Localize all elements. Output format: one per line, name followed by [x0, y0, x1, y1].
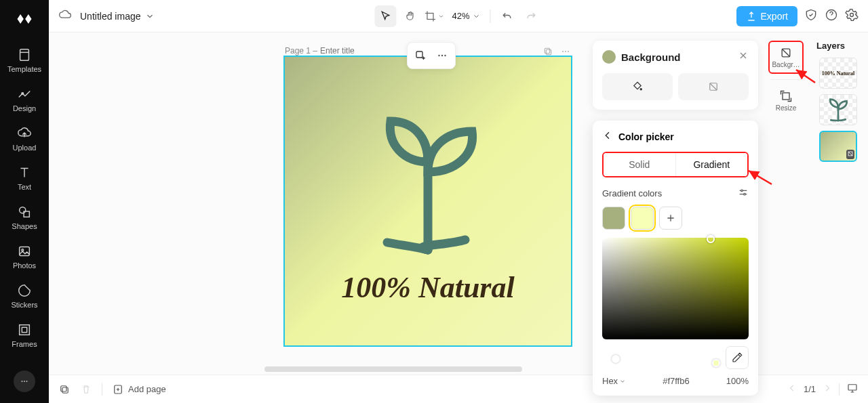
- color-picker-title: Color picker: [618, 131, 674, 142]
- gradient-colors-label: Gradient colors: [602, 188, 662, 198]
- divider: [102, 383, 102, 396]
- nav-label: Design: [13, 104, 36, 112]
- document-title[interactable]: Untitled image: [80, 11, 155, 22]
- bg-image-tab[interactable]: [678, 73, 749, 100]
- canvas-frame[interactable]: 100% Natural: [283, 56, 572, 347]
- canvas-tools: 42%: [374, 5, 542, 27]
- present-button[interactable]: [846, 382, 859, 396]
- sv-cursor: [707, 235, 715, 243]
- page-indicator: 1/1: [804, 384, 816, 394]
- nav-label: Frames: [12, 340, 37, 348]
- nav-shapes[interactable]: Shapes: [0, 198, 49, 237]
- nav-design[interactable]: Design: [0, 80, 49, 119]
- undo-button[interactable]: [496, 5, 518, 27]
- shield-icon[interactable]: [804, 8, 818, 24]
- export-button[interactable]: Export: [736, 6, 797, 26]
- svg-point-16: [438, 55, 439, 56]
- hex-value[interactable]: #f7ffb6: [633, 376, 719, 386]
- nav-templates[interactable]: Templates: [0, 41, 49, 80]
- prev-page-button[interactable]: [787, 383, 797, 395]
- svg-rect-38: [61, 385, 66, 391]
- chevron-down-icon: [473, 12, 481, 20]
- zoom-level[interactable]: 42%: [448, 11, 484, 21]
- svg-rect-19: [546, 49, 551, 54]
- top-right-tools: Export: [736, 6, 859, 26]
- color-picker-back[interactable]: [602, 130, 613, 144]
- cloud-sync-icon[interactable]: [58, 8, 72, 24]
- export-icon: [746, 11, 757, 22]
- select-tool[interactable]: [374, 5, 396, 27]
- svg-rect-40: [848, 385, 856, 390]
- crop-tool[interactable]: [423, 5, 445, 27]
- help-icon[interactable]: [825, 8, 838, 24]
- app-logo[interactable]: [11, 5, 38, 33]
- rail-background[interactable]: Backgr…: [768, 41, 804, 74]
- more-options-button[interactable]: [432, 45, 452, 66]
- layers-panel: Layers 100% Natural: [814, 41, 863, 167]
- svg-rect-0: [20, 49, 29, 61]
- chevron-down-icon: [619, 378, 626, 385]
- svg-rect-20: [545, 48, 549, 53]
- gradient-settings-icon[interactable]: [738, 187, 749, 200]
- svg-point-29: [741, 190, 743, 192]
- svg-point-25: [640, 89, 642, 90]
- gradient-add-stop[interactable]: [659, 207, 682, 230]
- settings-icon[interactable]: [845, 8, 859, 24]
- nav-upload[interactable]: Upload: [0, 119, 49, 158]
- nav-frames[interactable]: Frames: [0, 316, 49, 355]
- horizontal-scrollbar[interactable]: [264, 366, 522, 372]
- close-background-panel[interactable]: [738, 50, 749, 64]
- page-title-input[interactable]: [320, 46, 368, 56]
- nav-text[interactable]: Text: [0, 158, 49, 198]
- nav-label: Photos: [13, 261, 36, 270]
- add-element-button[interactable]: [410, 45, 431, 66]
- hex-format-select[interactable]: Hex: [602, 376, 626, 386]
- tab-solid[interactable]: Solid: [604, 153, 675, 176]
- redo-button[interactable]: [521, 5, 542, 27]
- next-page-button[interactable]: [823, 383, 832, 395]
- nav-label: Shapes: [12, 222, 37, 230]
- nav-label: Text: [18, 183, 31, 191]
- add-page-button[interactable]: Add page: [112, 383, 166, 396]
- chevron-down-icon: [437, 13, 444, 20]
- layer-background[interactable]: [819, 131, 857, 162]
- gradient-stop-2[interactable]: [631, 207, 654, 230]
- saturation-value-picker[interactable]: [602, 238, 749, 339]
- svg-point-18: [444, 55, 446, 56]
- svg-point-17: [441, 55, 443, 56]
- svg-point-10: [24, 381, 25, 382]
- nav-photos[interactable]: Photos: [0, 237, 49, 276]
- pages-overview-button[interactable]: [58, 383, 71, 396]
- nav-more[interactable]: [14, 370, 35, 392]
- opacity-value[interactable]: 100%: [726, 376, 749, 386]
- svg-point-11: [26, 381, 28, 382]
- nav-label: Stickers: [11, 301, 37, 309]
- svg-rect-37: [62, 387, 68, 393]
- background-panel: Background: [593, 41, 758, 110]
- svg-point-2: [22, 93, 24, 95]
- background-swatch-icon: [602, 50, 616, 64]
- layer-plant[interactable]: [819, 94, 857, 125]
- nav-stickers[interactable]: Stickers: [0, 276, 49, 316]
- delete-page-button[interactable]: [80, 383, 92, 396]
- layer-bg-icon: [846, 150, 854, 159]
- divider: [490, 9, 491, 23]
- svg-rect-32: [783, 93, 789, 100]
- layers-title: Layers: [814, 41, 863, 51]
- svg-point-9: [22, 381, 23, 382]
- context-toolbar: [407, 42, 456, 69]
- svg-point-23: [568, 51, 569, 52]
- layer-text[interactable]: 100% Natural: [819, 58, 857, 89]
- rail-resize[interactable]: Resize: [768, 85, 804, 116]
- gradient-stop-1[interactable]: [602, 207, 625, 230]
- nav-label: Templates: [7, 65, 41, 73]
- hand-tool[interactable]: [399, 5, 420, 27]
- bg-fill-tab[interactable]: [602, 73, 673, 100]
- divider: [839, 383, 840, 396]
- rail-divider: [771, 79, 801, 80]
- tab-gradient[interactable]: Gradient: [675, 153, 748, 176]
- nav-label: Upload: [13, 144, 37, 152]
- canvas-text: 100% Natural: [285, 270, 571, 305]
- svg-rect-15: [416, 51, 422, 58]
- eyedropper-button[interactable]: [726, 346, 749, 369]
